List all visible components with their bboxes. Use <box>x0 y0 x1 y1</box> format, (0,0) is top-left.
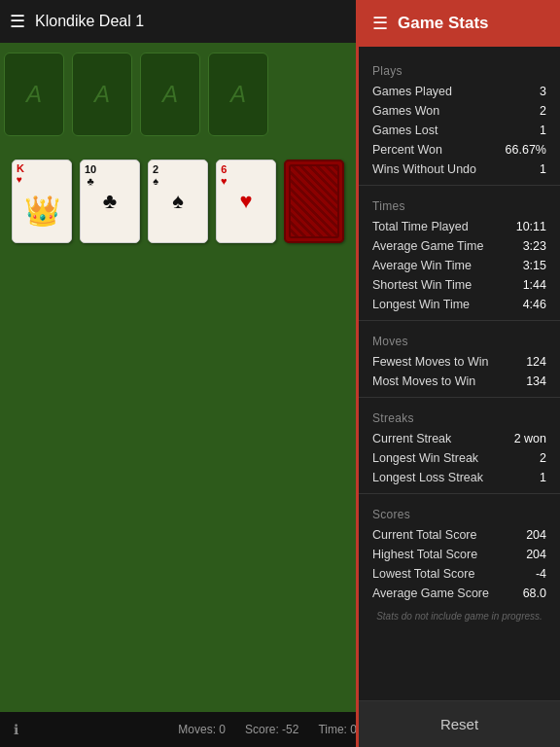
stat-longest-win: Longest Win Time 4:46 <box>359 295 560 314</box>
foundation-4[interactable]: A <box>208 53 268 136</box>
stat-current-streak: Current Streak 2 won <box>359 429 560 448</box>
stat-avg-win-time: Average Win Time 3:15 <box>359 256 560 275</box>
stat-most-moves: Most Moves to Win 134 <box>359 372 560 391</box>
status-center: Moves: 0 Score: -52 Time: 0:00 <box>178 723 372 736</box>
times-section-label: Times <box>359 192 560 217</box>
stat-games-played: Games Played 3 <box>359 82 560 101</box>
stat-current-score: Current Total Score 204 <box>359 525 560 545</box>
card-king-hearts[interactable]: K ♥ 👑 <box>12 160 72 243</box>
divider-2 <box>359 320 560 321</box>
divider-3 <box>359 397 560 398</box>
panel-title: Game Stats <box>398 14 489 33</box>
moves-display: Moves: 0 <box>178 723 226 736</box>
stat-longest-loss-streak: Longest Loss Streak 1 <box>359 468 560 487</box>
stat-highest-score: Highest Total Score 204 <box>359 545 560 564</box>
card-ten-clubs[interactable]: 10♣ ♣ <box>80 160 140 243</box>
divider-1 <box>359 185 560 186</box>
stat-avg-game-time: Average Game Time 3:23 <box>359 236 560 256</box>
stat-shortest-win: Shortest Win Time 1:44 <box>359 275 560 295</box>
menu-icon[interactable]: ☰ <box>10 11 25 32</box>
stat-longest-win-streak: Longest Win Streak 2 <box>359 448 560 468</box>
moves-section-label: Moves <box>359 327 560 352</box>
panel-menu-icon[interactable]: ☰ <box>372 13 388 34</box>
reset-button[interactable]: Reset <box>359 700 560 747</box>
info-icon[interactable]: ℹ <box>14 722 18 737</box>
foundation-3[interactable]: A <box>140 53 200 136</box>
card-2-spades[interactable]: 2♠ ♠ <box>148 160 208 243</box>
side-panel: ☰ Game Stats Plays Games Played 3 Games … <box>356 0 560 747</box>
scores-section-label: Scores <box>359 500 560 525</box>
stat-total-time: Total Time Played 10:11 <box>359 217 560 236</box>
stat-fewest-moves: Fewest Moves to Win 124 <box>359 352 560 372</box>
foundation-1[interactable]: A <box>4 53 64 136</box>
stat-games-won: Games Won 2 <box>359 101 560 121</box>
foundation-2[interactable]: A <box>72 53 132 136</box>
card-facedown[interactable] <box>284 160 344 243</box>
panel-footnote: Stats do not include game in progress. <box>359 603 560 629</box>
divider-4 <box>359 493 560 494</box>
plays-section-label: Plays <box>359 56 560 82</box>
stat-percent-won: Percent Won 66.67% <box>359 140 560 160</box>
card-6-hearts[interactable]: 6♥ ♥ <box>216 160 276 243</box>
panel-header: ☰ Game Stats <box>359 0 560 47</box>
streaks-section-label: Streaks <box>359 404 560 429</box>
score-display: Score: -52 <box>245 723 298 736</box>
panel-content: Plays Games Played 3 Games Won 2 Games L… <box>359 47 560 700</box>
stat-avg-score: Average Game Score 68.0 <box>359 584 560 603</box>
stat-lowest-score: Lowest Total Score -4 <box>359 564 560 584</box>
stat-games-lost: Games Lost 1 <box>359 121 560 140</box>
stat-wins-without-undo: Wins Without Undo 1 <box>359 160 560 179</box>
